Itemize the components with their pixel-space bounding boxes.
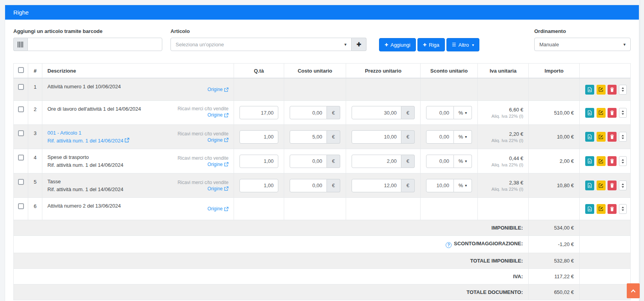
origine-link[interactable]: Origine bbox=[207, 137, 229, 143]
origine-label: Origine bbox=[207, 137, 223, 143]
trash-icon bbox=[610, 206, 614, 212]
price-input[interactable] bbox=[352, 130, 401, 144]
delete-button[interactable] bbox=[608, 204, 617, 214]
table-header-row: # Descrizione Q.tà Costo unitario Prezzo… bbox=[14, 64, 631, 78]
document-button[interactable] bbox=[585, 85, 594, 95]
edit-button[interactable] bbox=[597, 181, 606, 190]
delete-button[interactable] bbox=[608, 108, 617, 118]
barcode-input[interactable] bbox=[27, 38, 162, 51]
row-checkbox[interactable] bbox=[18, 155, 24, 161]
articolo-label: Articolo bbox=[171, 28, 366, 34]
file-chart-icon bbox=[588, 87, 592, 92]
discount-input[interactable] bbox=[426, 130, 454, 144]
summary-value: 117,22 € bbox=[529, 269, 580, 285]
row-checkbox[interactable] bbox=[18, 84, 24, 90]
row-number: 4 bbox=[28, 149, 42, 173]
origine-link[interactable]: Origine bbox=[207, 87, 229, 92]
delete-button[interactable] bbox=[608, 85, 617, 95]
riga-button[interactable]: ✚ Riga bbox=[417, 38, 445, 51]
discount-input[interactable] bbox=[426, 179, 454, 192]
vat-amount: 0,44 € bbox=[483, 155, 523, 161]
move-row-handle[interactable] bbox=[619, 132, 627, 142]
document-button[interactable] bbox=[585, 132, 594, 142]
price-input[interactable] bbox=[352, 106, 401, 119]
rif-attivita-link[interactable]: Rif. attività num. 1 del 14/06/2024 bbox=[47, 138, 129, 144]
row-checkbox[interactable] bbox=[18, 130, 24, 136]
row-checkbox[interactable] bbox=[18, 203, 24, 209]
qty-input[interactable] bbox=[239, 106, 278, 119]
header-importo: Importo bbox=[529, 64, 580, 78]
vat-amount: 2,38 € bbox=[483, 180, 523, 186]
qty-input[interactable] bbox=[239, 155, 278, 168]
document-button[interactable] bbox=[585, 204, 594, 214]
pencil-square-icon bbox=[599, 183, 603, 188]
qty-input[interactable] bbox=[239, 179, 278, 192]
plus-icon: ✚ bbox=[385, 42, 388, 47]
header-iva: Iva unitaria bbox=[478, 64, 529, 78]
origine-link[interactable]: Origine bbox=[207, 162, 229, 167]
file-chart-icon bbox=[588, 134, 592, 139]
trash-icon bbox=[610, 134, 614, 139]
move-row-handle[interactable] bbox=[619, 85, 627, 95]
articolo-select[interactable]: Seleziona un'opzione ▾ bbox=[171, 38, 352, 51]
cost-input[interactable] bbox=[290, 130, 327, 144]
row-checkbox[interactable] bbox=[18, 179, 24, 185]
delete-button[interactable] bbox=[608, 156, 617, 166]
document-button[interactable] bbox=[585, 156, 594, 166]
euro-addon: € bbox=[401, 130, 415, 144]
scrollbar-track[interactable] bbox=[640, 0, 644, 301]
altro-dropdown-button[interactable]: ☰ Altro ▾ bbox=[446, 38, 480, 51]
origine-label: Origine bbox=[207, 112, 223, 118]
edit-button[interactable] bbox=[597, 85, 606, 95]
percent-label: % bbox=[459, 134, 463, 140]
document-button[interactable] bbox=[585, 181, 594, 190]
cost-input[interactable] bbox=[290, 179, 327, 192]
delete-button[interactable] bbox=[608, 181, 617, 190]
row-title: Tasse bbox=[47, 178, 123, 186]
origine-label: Origine bbox=[207, 206, 223, 212]
document-button[interactable] bbox=[585, 108, 594, 118]
vat-rate: Aliq. Iva 22% (I) bbox=[483, 187, 523, 192]
row-account: Ricavi merci c/to vendite bbox=[178, 106, 229, 111]
origine-link[interactable]: Origine bbox=[207, 206, 229, 212]
qty-input[interactable] bbox=[239, 130, 278, 144]
move-row-handle[interactable] bbox=[619, 204, 627, 214]
cost-input[interactable] bbox=[290, 155, 327, 168]
discount-input[interactable] bbox=[426, 155, 454, 168]
trash-icon bbox=[610, 183, 614, 188]
aggiungi-label: Aggiungi bbox=[390, 42, 410, 48]
article-link[interactable]: 001 - Articolo 1 bbox=[47, 130, 82, 136]
edit-button[interactable] bbox=[597, 108, 606, 118]
edit-button[interactable] bbox=[597, 156, 606, 166]
barcode-label: Aggiungi un articolo tramite barcode bbox=[13, 28, 162, 34]
help-icon[interactable]: ? bbox=[446, 242, 452, 248]
move-row-handle[interactable] bbox=[619, 156, 627, 166]
edit-button[interactable] bbox=[597, 132, 606, 142]
discount-input[interactable] bbox=[426, 106, 454, 119]
price-input[interactable] bbox=[352, 179, 401, 192]
move-row-handle[interactable] bbox=[619, 108, 627, 118]
row-checkbox[interactable] bbox=[18, 106, 24, 112]
discount-type-dropdown[interactable]: %▾ bbox=[454, 106, 472, 119]
table-row: 6 Attività numero 2 del 13/06/2024 Origi… bbox=[14, 198, 631, 220]
edit-button[interactable] bbox=[597, 204, 606, 214]
select-all-checkbox[interactable] bbox=[18, 67, 24, 73]
row-subtitle: Rif. attività num. 1 del 14/06/2024 bbox=[47, 161, 123, 169]
cost-input[interactable] bbox=[290, 106, 327, 119]
scroll-top-button[interactable] bbox=[627, 283, 640, 298]
sort-arrows-icon bbox=[621, 87, 624, 92]
aggiungi-button[interactable]: ✚ Aggiungi bbox=[379, 38, 416, 51]
riga-label: Riga bbox=[429, 42, 439, 48]
row-account: Ricavi merci c/to vendite bbox=[178, 180, 229, 185]
add-article-button[interactable]: ✚ bbox=[352, 38, 366, 51]
delete-button[interactable] bbox=[608, 132, 617, 142]
move-row-handle[interactable] bbox=[619, 181, 627, 190]
external-link-icon bbox=[224, 138, 229, 142]
ordinamento-select[interactable]: Manuale ▾ bbox=[534, 38, 631, 51]
origine-link[interactable]: Origine bbox=[207, 112, 229, 118]
discount-type-dropdown[interactable]: %▾ bbox=[454, 130, 472, 144]
price-input[interactable] bbox=[352, 155, 401, 168]
discount-type-dropdown[interactable]: %▾ bbox=[454, 179, 472, 192]
discount-type-dropdown[interactable]: %▾ bbox=[454, 155, 472, 168]
origine-link[interactable]: Origine bbox=[207, 186, 229, 192]
